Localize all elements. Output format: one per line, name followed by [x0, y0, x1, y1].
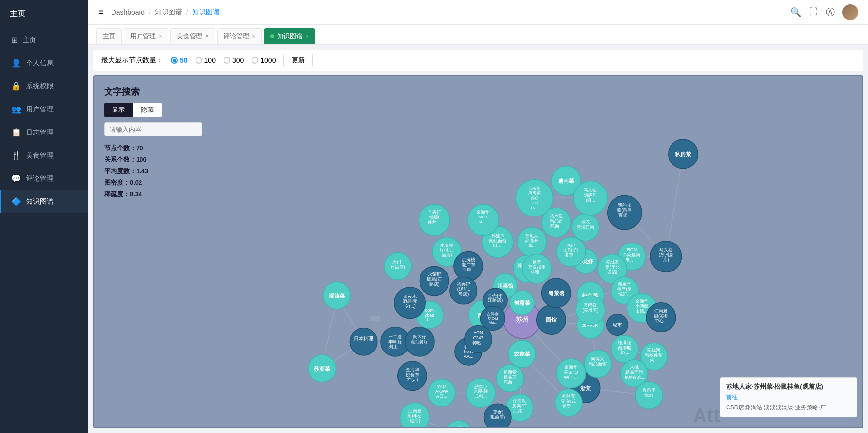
sidebar-item-label: 个人信息: [26, 59, 54, 68]
svg-text:探花: 探花: [581, 220, 590, 225]
tab-food-close[interactable]: ×: [205, 33, 209, 40]
svg-text:精品面馆: 精品面馆: [589, 361, 607, 366]
sidebar-item-label: 知识图谱: [26, 197, 54, 206]
search-buttons: 显示 隐藏: [104, 103, 202, 117]
sidebar-item-knowledge[interactable]: 🔷 知识图谱: [0, 190, 88, 213]
svg-text:老广东: 老广东: [462, 262, 475, 267]
svg-text:西湖船: 西湖船: [618, 345, 631, 350]
search-input[interactable]: [104, 122, 202, 136]
svg-text:隐庐居: 隐庐居: [584, 193, 597, 198]
sidebar-item-profile[interactable]: 👤 个人信息: [0, 52, 88, 75]
svg-text:(观前1: (观前1: [457, 287, 470, 292]
svg-text:创意菜: 创意菜: [513, 300, 531, 306]
radio-300[interactable]: 300: [224, 56, 244, 64]
radio-label-1000: 1000: [260, 56, 276, 64]
svg-text:ANE: ANE: [531, 206, 538, 210]
radio-label-100: 100: [204, 56, 216, 64]
avatar[interactable]: [842, 4, 858, 20]
svg-text:青鹤谷: 青鹤谷: [584, 302, 597, 307]
radio-1000[interactable]: 1000: [252, 56, 276, 64]
svg-text:梓街店): 梓街店): [391, 265, 405, 270]
tab-home[interactable]: 主页: [96, 28, 122, 44]
svg-text:城市: 城市: [612, 322, 622, 327]
svg-text:豆壳(平: 豆壳(平: [488, 293, 503, 298]
search-icon[interactable]: 🔍: [790, 7, 801, 18]
svg-text:江南雅: 江南雅: [408, 408, 421, 413]
tab-users[interactable]: 用户管理 ×: [124, 28, 168, 44]
sidebar-item-logs[interactable]: 📋 日志管理: [0, 121, 88, 144]
radio-dot-100: [196, 57, 202, 64]
fullscreen-icon[interactable]: ⛶: [809, 7, 818, 17]
breadcrumb-knowledge1[interactable]: 知识图谱: [155, 8, 182, 17]
svg-text:苏SHO: 苏SHO: [564, 370, 578, 375]
tab-home-label: 主页: [103, 32, 115, 41]
radio-dot-50: [171, 57, 178, 64]
breadcrumb-sep2: /: [186, 8, 188, 16]
knowledge-graph-svg[interactable]: 类型 类型 类型 苏州 西餐 面馆 农家菜: [94, 76, 862, 427]
main-content: ≡ Dashboard / 知识图谱 / 知识图谱 🔍 ⛶ Ⓐ 主页 用户管理 …: [88, 0, 868, 433]
sidebar-item-food[interactable]: 🍴 美食管理: [0, 144, 88, 167]
radio-100[interactable]: 100: [196, 56, 216, 64]
node-controls: 最大显示节点数量： 50 100 300 1000 更新: [93, 50, 863, 71]
svg-text:su...: su...: [479, 219, 487, 224]
tab-knowledge-close[interactable]: ×: [306, 33, 309, 40]
svg-text:G247: G247: [473, 335, 484, 340]
content-area: 最大显示节点数量： 50 100 300 1000 更新 文字: [88, 45, 868, 433]
svg-text:面馆: 面馆: [546, 317, 557, 323]
svg-text:粤菜馆: 粤菜馆: [548, 290, 564, 296]
header-left: ≡ Dashboard / 知识图谱 / 知识图谱: [98, 7, 220, 17]
search-title: 文字搜索: [104, 86, 202, 98]
svg-text:玫泉里: 玫泉里: [643, 388, 656, 393]
tab-users-close[interactable]: ×: [159, 33, 162, 40]
tooltip-link[interactable]: 前往: [726, 394, 738, 401]
svg-text:Att: Att: [693, 405, 720, 426]
svg-text:藏(泉屋: 藏(泉屋: [617, 208, 632, 213]
svg-rect-0: [98, 76, 859, 427]
search-hide-button[interactable]: 隐藏: [133, 103, 162, 117]
svg-text:金海华: 金海华: [635, 299, 648, 304]
radio-50[interactable]: 50: [171, 56, 188, 64]
svg-text:江南首: 江南首: [529, 186, 540, 190]
update-button[interactable]: 更新: [283, 54, 313, 67]
breadcrumb-dashboard[interactable]: Dashboard: [112, 8, 145, 16]
menu-icon[interactable]: ≡: [98, 7, 104, 17]
search-show-button[interactable]: 显示: [104, 103, 133, 117]
svg-text:江路店): 江路店): [488, 298, 503, 303]
svg-text:苏城家: 苏城家: [606, 260, 619, 265]
svg-text:精致苏帮: 精致苏帮: [645, 352, 663, 357]
tab-reviews-close[interactable]: ×: [252, 33, 255, 40]
svg-text:苏州: 苏州: [516, 316, 529, 324]
tab-reviews-label: 评论管理: [224, 32, 249, 41]
svg-text:(园...: (园...: [586, 198, 595, 203]
sidebar-item-label: 主页: [23, 36, 36, 45]
svg-text:十二道: 十二道: [389, 334, 402, 339]
svg-text:苏州...: 苏州...: [428, 219, 440, 224]
svg-text:餐吧...: 餐吧...: [472, 340, 484, 345]
svg-text:料理...: 料理...: [531, 270, 543, 274]
sidebar-item-permissions[interactable]: 🔒 系统权限: [0, 75, 88, 98]
svg-text:越菜: 越菜: [532, 260, 541, 265]
svg-text:古洋食: 古洋食: [487, 312, 499, 316]
svg-text:宴(...: 宴(...: [620, 350, 629, 355]
svg-text:(苏州总: (苏州总: [659, 252, 673, 257]
tab-food[interactable]: 美食管理 ×: [170, 28, 215, 44]
svg-text:酒店): 酒店): [442, 252, 452, 257]
font-size-icon[interactable]: Ⓐ: [826, 6, 835, 18]
svg-text:中心...: 中心...: [655, 318, 667, 323]
svg-text:AKAW: AKAW: [435, 389, 448, 394]
svg-text:精品面馆: 精品面馆: [625, 370, 643, 375]
svg-text:浙菜: 浙菜: [580, 385, 591, 391]
node-controls-label: 最大显示节点数量：: [101, 56, 163, 65]
sidebar-item-users[interactable]: 👥 用户管理: [0, 98, 88, 121]
sidebar-item-home[interactable]: ⊞ 主页: [0, 28, 88, 52]
food-icon: 🍴: [11, 151, 21, 160]
tab-food-label: 美食管理: [177, 32, 202, 41]
tab-reviews[interactable]: 评论管理 ×: [217, 28, 262, 44]
svg-text:枫桥夜泊...: 枫桥夜泊...: [625, 375, 644, 379]
svg-text:州土...: 州土...: [389, 344, 401, 349]
svg-text:洪涛楼: 洪涛楼: [462, 257, 475, 262]
svg-text:SER: SER: [531, 201, 539, 205]
tab-knowledge[interactable]: 知识图谱 ×: [264, 28, 315, 44]
sidebar-item-reviews[interactable]: 💬 评论管理: [0, 167, 88, 190]
svg-text:店): 店): [663, 257, 669, 262]
